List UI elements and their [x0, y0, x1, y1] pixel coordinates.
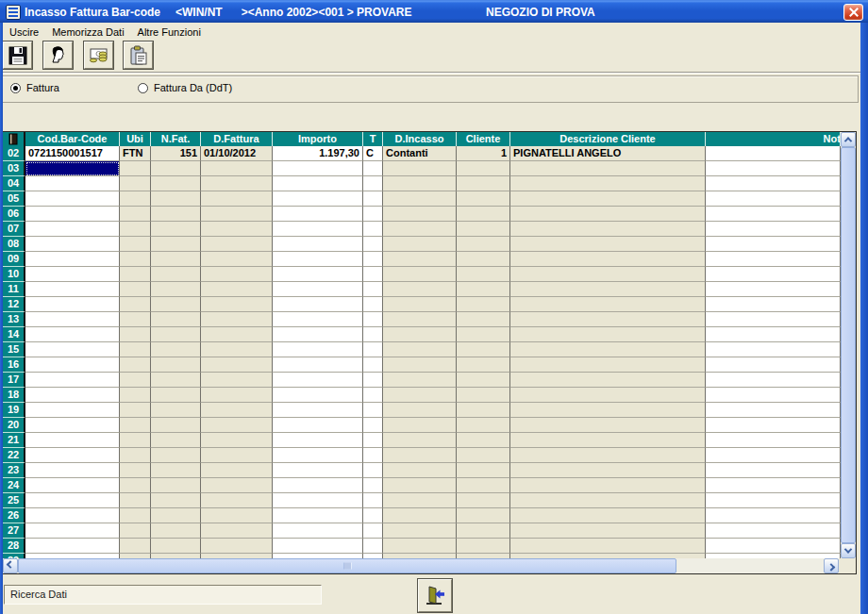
row-label[interactable]: 18 — [3, 388, 25, 403]
grid-cell[interactable] — [363, 297, 383, 312]
grid-cell[interactable] — [510, 267, 706, 282]
grid-cell[interactable] — [510, 493, 706, 508]
exit-button[interactable] — [418, 579, 452, 612]
grid-cell[interactable] — [706, 418, 841, 433]
grid-cell[interactable] — [457, 448, 510, 463]
grid-cell[interactable] — [510, 176, 706, 191]
grid-cell[interactable] — [383, 161, 457, 176]
grid-cell[interactable] — [25, 523, 120, 539]
grid-cell[interactable] — [363, 312, 383, 327]
grid-cell[interactable] — [706, 493, 841, 508]
horizontal-scrollbar-thumb[interactable] — [18, 558, 676, 573]
grid-cell[interactable] — [25, 418, 120, 433]
row-label[interactable]: 06 — [3, 207, 25, 222]
grid-cell[interactable] — [120, 282, 151, 297]
grid-cell[interactable] — [510, 327, 706, 342]
grid-cell[interactable] — [510, 478, 706, 493]
grid-cell[interactable] — [273, 539, 363, 554]
grid-cell[interactable] — [457, 373, 510, 388]
grid-cell[interactable] — [510, 252, 706, 267]
grid-cell[interactable] — [151, 297, 201, 312]
grid-cell[interactable] — [151, 448, 201, 463]
grid-cell[interactable] — [363, 342, 383, 357]
grid-cell[interactable] — [120, 357, 151, 373]
grid-cell[interactable] — [706, 327, 841, 342]
grid-cell[interactable] — [273, 373, 363, 388]
grid-cell[interactable] — [363, 493, 383, 508]
grid-cell[interactable] — [201, 191, 273, 207]
grid-cell[interactable] — [201, 267, 273, 282]
grid-cell[interactable] — [273, 207, 363, 222]
grid-cell[interactable]: 1.197,30 — [273, 146, 363, 161]
grid-cell[interactable] — [201, 403, 273, 418]
row-label[interactable]: 20 — [3, 418, 25, 433]
grid-cell[interactable] — [201, 342, 273, 357]
menu-altre-funzioni[interactable]: Altre Funzioni — [131, 25, 208, 40]
grid-cell[interactable] — [706, 539, 841, 554]
grid-cell[interactable] — [457, 327, 510, 342]
grid-cell[interactable] — [25, 297, 120, 312]
grid-cell[interactable] — [706, 463, 841, 478]
row-label[interactable]: 12 — [3, 297, 25, 312]
grid-cell[interactable] — [25, 463, 120, 478]
grid-cell[interactable] — [273, 312, 363, 327]
grid-cell[interactable] — [510, 222, 706, 237]
grid-cell-selected[interactable] — [25, 161, 120, 176]
grid-cell[interactable]: 0721150001517 — [25, 146, 120, 161]
grid-cell[interactable] — [25, 312, 120, 327]
grid-cell[interactable] — [151, 327, 201, 342]
grid-cell[interactable] — [201, 327, 273, 342]
grid-cell[interactable] — [120, 267, 151, 282]
row-label[interactable]: 28 — [3, 539, 25, 554]
grid-cell[interactable] — [201, 508, 273, 523]
grid-cell[interactable] — [363, 523, 383, 539]
grid-cell[interactable] — [706, 282, 841, 297]
grid-cell[interactable] — [383, 508, 457, 523]
grid-cell[interactable] — [25, 176, 120, 191]
grid-cell[interactable] — [151, 282, 201, 297]
grid-cell[interactable] — [383, 478, 457, 493]
grid-cell[interactable] — [120, 237, 151, 252]
grid-cell[interactable] — [510, 373, 706, 388]
grid-cell[interactable] — [457, 523, 510, 539]
save-button[interactable] — [3, 41, 32, 69]
row-label[interactable]: 13 — [3, 312, 25, 327]
row-label[interactable]: 05 — [3, 191, 25, 207]
grid-cell[interactable] — [457, 191, 510, 207]
grid-cell[interactable] — [120, 191, 151, 207]
grid-cell[interactable] — [457, 207, 510, 222]
grid-cell[interactable] — [201, 297, 273, 312]
scroll-left-button[interactable] — [3, 558, 18, 573]
grid-cell[interactable] — [363, 463, 383, 478]
grid-cell[interactable] — [510, 312, 706, 327]
grid-cell[interactable] — [457, 357, 510, 373]
grid-cell[interactable] — [273, 282, 363, 297]
row-label[interactable]: 16 — [3, 357, 25, 373]
grid-cell[interactable] — [510, 357, 706, 373]
grid-cell[interactable] — [457, 282, 510, 297]
row-label[interactable]: 23 — [3, 463, 25, 478]
grid-cell[interactable]: 151 — [151, 146, 201, 161]
grid-cell[interactable] — [273, 176, 363, 191]
grid-cell[interactable] — [151, 508, 201, 523]
grid-cell[interactable] — [273, 448, 363, 463]
grid-cell[interactable] — [706, 373, 841, 388]
grid-cell[interactable] — [706, 478, 841, 493]
radio-fattura-da-ddt[interactable]: Fattura Da (DdT) — [138, 82, 232, 93]
row-label[interactable]: 14 — [3, 327, 25, 342]
grid-cell[interactable] — [706, 448, 841, 463]
grid-cell[interactable] — [457, 508, 510, 523]
grid-cell[interactable] — [510, 388, 706, 403]
row-label[interactable]: 03 — [3, 161, 25, 176]
scroll-up-button[interactable] — [841, 132, 856, 147]
grid-cell[interactable] — [201, 478, 273, 493]
grid-cell[interactable] — [151, 222, 201, 237]
grid-cell[interactable] — [151, 493, 201, 508]
grid-cell[interactable] — [25, 539, 120, 554]
grid-cell[interactable] — [457, 161, 510, 176]
grid-cell[interactable] — [151, 418, 201, 433]
grid-cell[interactable] — [363, 176, 383, 191]
vertical-scrollbar-thumb[interactable] — [841, 147, 856, 543]
grid-cell[interactable] — [201, 161, 273, 176]
grid-cell[interactable] — [273, 508, 363, 523]
